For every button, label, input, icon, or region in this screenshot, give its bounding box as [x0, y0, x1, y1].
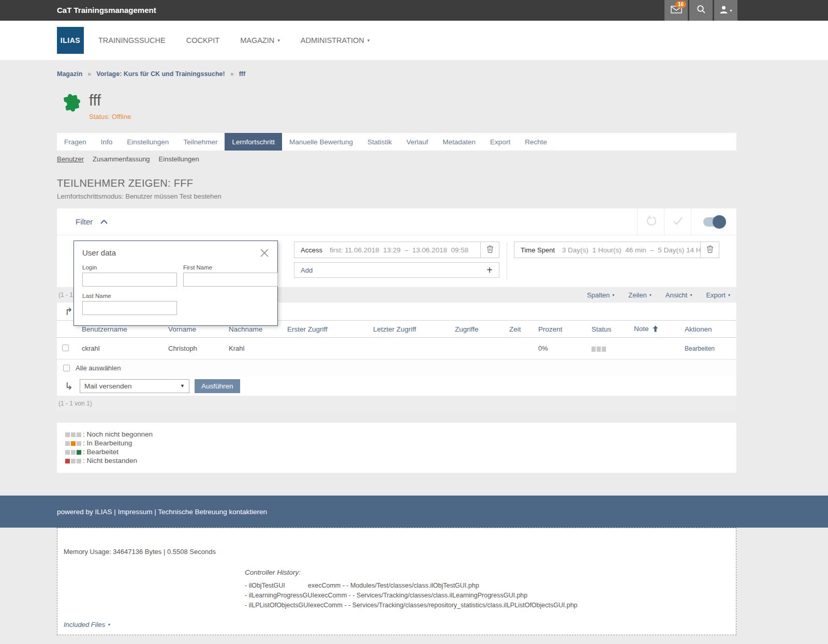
user-icon	[719, 5, 728, 16]
first-name-input[interactable]	[183, 273, 278, 287]
controller-history-entry: - ilLPListOfObjectsGUI execComm - - Serv…	[245, 601, 578, 610]
breadcrumb-magazin[interactable]: Magazin	[57, 70, 82, 78]
filter-toggle-switch[interactable]	[703, 217, 725, 227]
filter-body: User data Login F	[57, 235, 736, 287]
breadcrumb-vorlage[interactable]: Vorlage: Kurs für CK und Trainingssuche!	[96, 70, 225, 78]
subtab-bar: Benutzer Zusammenfassung Einstellungen	[57, 155, 736, 163]
table-bottom-strip: (1 - 1 von 1)	[57, 396, 736, 411]
tab-statistik[interactable]: Statistik	[360, 133, 399, 151]
ilias-logo[interactable]: ILIAS	[57, 27, 84, 54]
support-link[interactable]: Technische Betreuung kontaktieren	[158, 508, 267, 516]
powered-by-link[interactable]: powered by ILIAS	[57, 508, 112, 516]
col-note-label: Note	[634, 325, 649, 333]
bearbeiten-link[interactable]: Bearbeiten	[685, 345, 715, 352]
add-filter-button[interactable]: Add +	[294, 262, 499, 278]
row-checkbox[interactable]	[62, 345, 69, 351]
tab-export[interactable]: Export	[483, 133, 518, 151]
first-name-label: First Name	[183, 264, 270, 271]
login-input[interactable]	[82, 273, 177, 287]
search-button[interactable]	[689, 0, 713, 21]
select-caret-icon: ▼	[180, 383, 185, 388]
bulk-action-select-bottom[interactable]: Mail versenden ▼	[80, 379, 189, 393]
access-delete-button[interactable]	[480, 242, 499, 258]
subtab-benutzer[interactable]: Benutzer	[57, 155, 84, 163]
col-zugriffe[interactable]: Zugriffe	[450, 321, 504, 338]
tab-einstellungen[interactable]: Einstellungen	[120, 133, 176, 151]
legend-label: : In Bearbeitung	[83, 439, 132, 447]
mail-count-badge: 16	[675, 1, 686, 8]
run-button-bottom[interactable]: Ausführen	[195, 379, 240, 393]
filter-apply-button[interactable]	[664, 208, 691, 235]
col-letzter-zugriff[interactable]: Letzter Zugriff	[368, 321, 450, 338]
table-row: ckrahl Christoph Krahl 0% Bea	[57, 338, 736, 360]
last-name-input[interactable]	[82, 301, 177, 315]
subtab-zusammenfassung[interactable]: Zusammenfassung	[93, 155, 150, 163]
col-status[interactable]: Status	[586, 321, 629, 338]
filter-reset-button[interactable]	[637, 208, 664, 235]
col-prozent[interactable]: Prozent	[533, 321, 586, 338]
nav-item-administration[interactable]: ADMINISTRATION ▾	[301, 36, 370, 44]
access-label: Access	[301, 246, 322, 254]
tab-lernfortschritt[interactable]: Lernfortschritt	[225, 133, 282, 151]
filter-toggle[interactable]: Filter	[76, 217, 108, 226]
chevron-down-icon: ▾	[108, 622, 110, 627]
filter-label: Filter	[76, 217, 93, 226]
col-note[interactable]: Note	[629, 321, 679, 338]
tab-manuelle-bewertung[interactable]: Manuelle Bewertung	[282, 133, 360, 151]
popup-title: User data	[82, 248, 116, 257]
time-spent-delete-button[interactable]	[700, 242, 719, 258]
breadcrumb-current[interactable]: fff	[239, 70, 246, 78]
col-zeit[interactable]: Zeit	[504, 321, 533, 338]
select-all-row: Alle auswählen	[57, 360, 736, 376]
section-heading: TEILNEHMER ZEIGEN: FFF	[57, 177, 736, 189]
breadcrumb-separator: »	[87, 70, 91, 78]
nav-item-cockpit[interactable]: COCKPIT	[186, 36, 219, 44]
tab-rechte[interactable]: Rechte	[518, 133, 554, 151]
menu-label: Spalten	[587, 291, 610, 299]
menu-ansicht[interactable]: Ansicht ▾	[666, 291, 692, 299]
mail-button[interactable]: 16	[664, 0, 688, 21]
filter-group-time-spent: Time Spent 3 Day(s) 1 Hour(s) 46 min – 5…	[514, 242, 719, 279]
legend-completed: : Bearbeitet	[65, 447, 728, 456]
user-menu-button[interactable]: ▾	[714, 0, 737, 21]
filter-group-divider	[507, 242, 507, 279]
footer-separator: |	[114, 508, 116, 516]
tab-verlauf[interactable]: Verlauf	[399, 133, 435, 151]
tab-info[interactable]: Info	[94, 133, 120, 151]
last-name-label: Last Name	[82, 293, 183, 299]
reset-icon	[645, 215, 657, 229]
controller-path: execComm - - Modules/Test/classes/class.…	[308, 581, 479, 591]
tab-metadaten[interactable]: Metadaten	[435, 133, 483, 151]
subtab-einstellungen[interactable]: Einstellungen	[159, 155, 199, 163]
menu-zeilen[interactable]: Zeilen ▾	[628, 291, 651, 299]
section-subheading: Lernfortschrittsmodus: Benutzer müssen T…	[57, 192, 736, 200]
controller-history-title: Controller History:	[245, 568, 578, 576]
col-erster-zugriff[interactable]: Erster Zugriff	[282, 321, 368, 338]
status-not-started-icon	[592, 345, 607, 352]
menu-spalten[interactable]: Spalten ▾	[587, 291, 614, 299]
select-all-label: Alle auswählen	[76, 364, 121, 372]
select-all-checkbox[interactable]	[63, 365, 70, 371]
puzzle-icon	[57, 91, 81, 121]
nav-item-magazin[interactable]: MAGAZIN ▾	[240, 36, 280, 44]
impressum-link[interactable]: Impressum	[118, 508, 153, 516]
trash-icon	[486, 245, 494, 255]
close-button[interactable]	[260, 248, 269, 258]
tab-teilnehmer[interactable]: Teilnehmer	[176, 133, 225, 151]
cell-note	[629, 338, 679, 360]
filter-header: Filter	[57, 208, 736, 235]
cell-prozent: 0%	[533, 338, 586, 360]
controller-path: execComm - - Services/Tracking/classes/r…	[310, 601, 578, 610]
menu-export[interactable]: Export ▾	[706, 291, 730, 299]
tab-fragen[interactable]: Fragen	[57, 133, 94, 151]
menu-label: Ansicht	[666, 291, 688, 299]
included-files-toggle[interactable]: Included Files ▾	[64, 621, 110, 628]
nav-item-trainingssuche[interactable]: TRAININGSSUCHE	[98, 36, 166, 44]
cell-letzter-zugriff	[368, 338, 450, 360]
controller-history-entry: - ilObjTestGUI execComm - - Modules/Test…	[245, 581, 578, 591]
time-spent-filter[interactable]: Time Spent 3 Day(s) 1 Hour(s) 46 min – 5…	[514, 242, 719, 258]
controller-history-entry: - ilLearningProgressGUI execComm - - Ser…	[245, 591, 578, 601]
access-filter[interactable]: Access first: 11.06.2018 13:29 – 13.06.2…	[294, 242, 499, 258]
chevron-down-icon: ▾	[649, 293, 652, 297]
sort-ascending-icon[interactable]	[653, 326, 658, 334]
